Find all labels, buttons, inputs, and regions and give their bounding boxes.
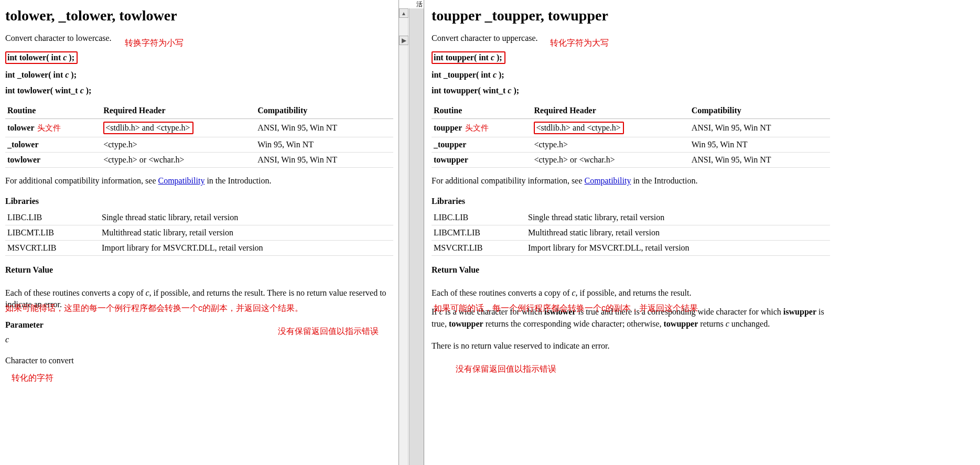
return-value-heading-right: Return Value <box>432 265 975 275</box>
cell-compat: ANSI, Win 95, Win NT <box>255 153 393 168</box>
sig3-param: c <box>80 86 84 95</box>
table-row: MSVCRT.LIB Import library for MSVCRT.DLL… <box>432 240 830 255</box>
w-j: towupper <box>664 319 698 328</box>
lib-desc: Single thread static library, retail ver… <box>100 210 393 225</box>
cell-compat: Win 95, Win NT <box>690 137 830 153</box>
rv-a: Each of these routines converts a copy o… <box>432 288 572 297</box>
table-row: towlower <ctype.h> or <wchar.h> ANSI, Wi… <box>5 153 393 168</box>
routine-name: toupper <box>434 123 462 132</box>
signature-1-right: int toupper( int c ); <box>432 51 975 64</box>
rv-a: Each of these routines converts a copy o… <box>5 288 145 297</box>
col-required-header: Required Header <box>101 103 255 119</box>
cell-routine: towupper <box>432 153 532 168</box>
compat-note-right: For additional compatibility information… <box>432 175 975 187</box>
param-desc-left: Character to convert <box>5 355 393 366</box>
required-header-table-left: Routine Required Header Compatibility to… <box>5 103 393 168</box>
w-i: returns the corresponding wide character… <box>483 319 664 328</box>
next-page-button[interactable]: ▶ <box>399 36 408 45</box>
chevron-right-icon: ▶ <box>402 37 406 45</box>
table-row: towupper <ctype.h> or <wchar.h> ANSI, Wi… <box>432 153 830 168</box>
lib-name: LIBC.LIB <box>432 210 526 225</box>
cell-routine: _tolower <box>5 137 101 153</box>
routine-name: tolower <box>7 123 34 132</box>
desc-right: Convert character to uppercase. <box>432 33 975 44</box>
w-f: iswupper <box>783 307 816 316</box>
signature-1-left: int tolower( int c ); <box>5 51 393 64</box>
right-doc-pane: toupper _toupper, towupper Convert chara… <box>424 0 980 465</box>
compat-b: in the Introduction. <box>204 176 271 185</box>
w-l: c <box>726 319 729 328</box>
signature-2-right: int _toupper( int c ); <box>432 70 975 80</box>
cell-header: <stdlib.h> and <ctype.h> <box>101 119 255 137</box>
annot-header-file-left: 头文件 <box>37 123 61 132</box>
w-m: unchanged. <box>729 319 770 328</box>
col-compatibility: Compatibility <box>255 103 393 119</box>
col-compatibility: Compatibility <box>690 103 830 119</box>
lib-name: LIBCMT.LIB <box>5 225 100 240</box>
signature-2-left: int _tolower( int c ); <box>5 70 393 80</box>
compat-note-left: For additional compatibility information… <box>5 175 393 187</box>
sig2-param: c <box>493 70 497 79</box>
lib-name: MSVCRT.LIB <box>432 240 526 255</box>
sig3-part-a: int towupper( wint_t <box>432 86 508 95</box>
lib-desc: Single thread static library, retail ver… <box>526 210 830 225</box>
sig2-part-a: int _toupper( int <box>432 70 493 79</box>
col-required-header: Required Header <box>532 103 689 119</box>
splitter-handle[interactable] <box>409 8 424 465</box>
lib-name: LIBC.LIB <box>5 210 100 225</box>
sig1-part-a: int tolower( int <box>7 53 63 62</box>
desc-text: Convert character to lowercase. <box>5 34 112 42</box>
left-doc-pane: tolower, _tolower, towlower Convert char… <box>0 0 399 465</box>
lib-desc: Import library for MSVCRT.DLL, retail ve… <box>526 240 830 255</box>
compat-link-left[interactable]: Compatibility <box>158 176 205 185</box>
table-row: LIBCMT.LIB Multithread static library, r… <box>5 225 393 240</box>
lib-desc: Multithread static library, retail versi… <box>526 225 830 240</box>
table-row: toupper 头文件 <stdlib.h> and <ctype.h> ANS… <box>432 119 830 137</box>
chevron-up-icon: ▲ <box>401 10 406 16</box>
rv-b: c, <box>145 288 151 297</box>
cell-routine: towlower <box>5 153 101 168</box>
required-header-table-right: Routine Required Header Compatibility to… <box>432 103 830 168</box>
compat-link-right[interactable]: Compatibility <box>585 176 631 185</box>
cell-compat: ANSI, Win 95, Win NT <box>690 119 830 137</box>
sig1-redbox-left: int tolower( int c ); <box>5 51 78 64</box>
cell-compat: ANSI, Win 95, Win NT <box>255 119 393 137</box>
table-header-row: Routine Required Header Compatibility <box>5 103 393 119</box>
annot-no-error-left: 没有保留返回值以指示错误 <box>278 326 379 337</box>
annot-desc-right: 转化字符为大写 <box>550 38 609 49</box>
libraries-table-right: LIBC.LIB Single thread static library, r… <box>432 210 830 256</box>
libraries-heading-left: Libraries <box>5 197 393 206</box>
table-row: _tolower <ctype.h> Win 95, Win NT <box>5 137 393 153</box>
cell-routine: toupper 头文件 <box>432 119 532 137</box>
scrollbar-track[interactable]: ▲ ▶ <box>399 8 408 465</box>
sig1-param: c <box>491 53 494 62</box>
annot-header-file-right: 头文件 <box>465 123 489 132</box>
divider-label: 活 <box>416 0 423 9</box>
cell-header: <ctype.h> or <wchar.h> <box>532 153 689 168</box>
sig1-part-c: ); <box>67 53 74 62</box>
annot-param-left: 转化的字符 <box>12 373 53 384</box>
sig1-part-c: ); <box>494 53 502 62</box>
page-title-left: tolower, _tolower, towlower <box>5 7 393 24</box>
return-value-heading-left: Return Value <box>5 265 393 275</box>
header-redbox-right: <stdlib.h> and <ctype.h> <box>534 122 623 134</box>
lib-desc: Import library for MSVCRT.DLL, retail ve… <box>100 240 393 255</box>
signature-3-right: int towupper( wint_t c ); <box>432 86 975 95</box>
table-row: MSVCRT.LIB Import library for MSVCRT.DLL… <box>5 240 393 255</box>
w-k: returns <box>698 319 725 328</box>
compat-a: For additional compatibility information… <box>432 176 585 185</box>
cell-routine: _toupper <box>432 137 532 153</box>
sig2-part-a: int _tolower( int <box>5 70 65 79</box>
desc-left: Convert character to lowercase. <box>5 33 393 44</box>
annot-desc-left: 转换字符为小写 <box>125 38 184 49</box>
scroll-up-button[interactable]: ▲ <box>399 8 408 18</box>
cell-header: <ctype.h> <box>101 137 255 153</box>
pane-divider[interactable]: 活 ▲ ▶ <box>399 0 424 465</box>
cell-routine: tolower 头文件 <box>5 119 101 137</box>
table-row: LIBC.LIB Single thread static library, r… <box>5 210 393 225</box>
sig3-part-c: ); <box>511 86 519 95</box>
header-redbox-left: <stdlib.h> and <ctype.h> <box>103 122 193 134</box>
sig3-part-c: ); <box>84 86 92 95</box>
cell-compat: Win 95, Win NT <box>255 137 393 153</box>
col-routine: Routine <box>432 103 532 119</box>
